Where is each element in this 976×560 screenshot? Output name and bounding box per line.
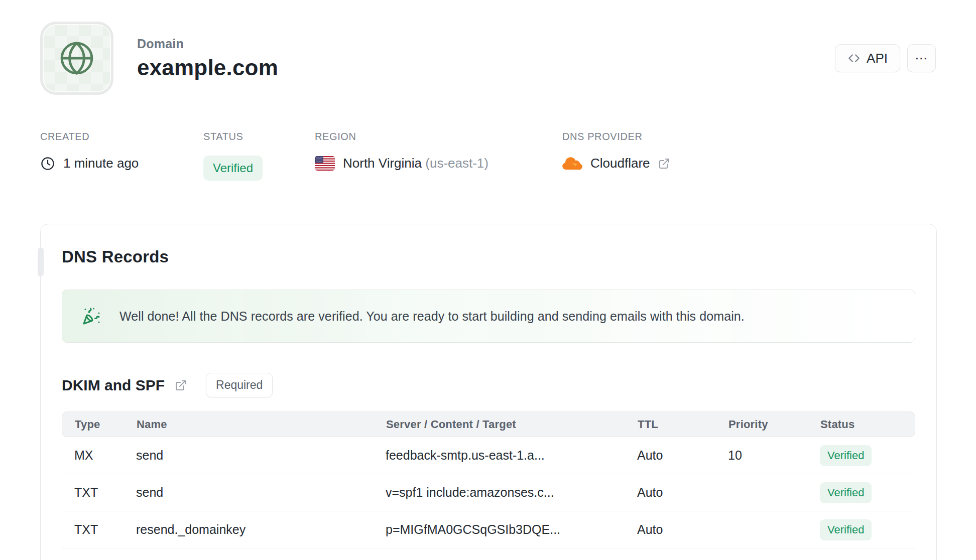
col-header-priority: Priority xyxy=(728,418,820,431)
col-header-content: Server / Content / Target xyxy=(386,418,638,431)
api-button[interactable]: API xyxy=(835,44,900,72)
cell-record-ttl: Auto xyxy=(637,522,728,537)
col-header-name: Name xyxy=(137,418,386,431)
api-button-label: API xyxy=(867,51,888,66)
record-status-badge: Verified xyxy=(820,482,872,503)
meta-status: STATUS Verified xyxy=(203,131,315,181)
cell-record-status: Verified xyxy=(820,482,915,503)
table-header-row: Type Name Server / Content / Target TTL … xyxy=(62,411,915,437)
card-side-pill xyxy=(38,247,44,276)
region-code: (us-east-1) xyxy=(425,156,489,171)
cell-record-status: Verified xyxy=(820,445,915,466)
record-status-badge: Verified xyxy=(820,519,872,540)
table-row: TXT resend._domainkey p=MIGfMA0GCSqGSIb3… xyxy=(62,511,915,548)
status-badge: Verified xyxy=(203,156,263,181)
party-popper-icon xyxy=(82,307,100,325)
us-flag-icon xyxy=(315,156,335,171)
required-badge: Required xyxy=(206,373,273,397)
cell-record-type: TXT xyxy=(74,485,136,500)
domain-detail-page: Domain example.com API ⋯ CREATED 1 minut… xyxy=(0,22,976,560)
cell-record-type: MX xyxy=(74,448,136,463)
col-header-ttl: TTL xyxy=(638,418,728,431)
ellipsis-icon: ⋯ xyxy=(915,51,928,66)
dns-records-card: DNS Records Well done! All the DNS recor… xyxy=(40,224,937,560)
cell-record-name: resend._domainkey xyxy=(136,522,386,537)
dkim-spf-section-head: DKIM and SPF Required xyxy=(62,373,915,397)
created-value: 1 minute ago xyxy=(63,156,139,171)
dns-records-table: Type Name Server / Content / Target TTL … xyxy=(62,411,915,548)
status-label: STATUS xyxy=(203,131,315,143)
title-block: Domain example.com xyxy=(137,37,278,80)
dkim-external-link-icon[interactable] xyxy=(175,379,187,391)
cell-record-ttl: Auto xyxy=(637,448,728,463)
table-row: MX send feedback-smtp.us-east-1.a... Aut… xyxy=(62,437,915,474)
region-value: North Virginia (us-east-1) xyxy=(343,156,489,171)
region-label: REGION xyxy=(315,131,562,143)
cell-record-content: v=spf1 include:amazonses.c... xyxy=(386,485,637,500)
meta-row: CREATED 1 minute ago STATUS Verified REG… xyxy=(40,131,936,181)
cell-record-name: send xyxy=(136,485,386,500)
table-body: MX send feedback-smtp.us-east-1.a... Aut… xyxy=(62,437,915,548)
success-banner: Well done! All the DNS records are verif… xyxy=(62,290,915,343)
dns-provider-label: DNS PROVIDER xyxy=(562,131,670,143)
page-header: Domain example.com API ⋯ xyxy=(40,22,936,95)
domain-avatar xyxy=(40,22,113,95)
page-title: example.com xyxy=(137,55,278,80)
code-icon xyxy=(847,52,861,65)
meta-created: CREATED 1 minute ago xyxy=(40,131,203,181)
cell-record-ttl: Auto xyxy=(637,485,728,500)
header-actions: API ⋯ xyxy=(835,44,936,72)
meta-region: REGION Nor xyxy=(315,131,562,181)
meta-dns-provider: DNS PROVIDER Cloudflare xyxy=(562,131,670,181)
clock-icon xyxy=(40,156,55,171)
external-link-icon[interactable] xyxy=(658,158,670,170)
record-status-badge: Verified xyxy=(820,445,872,466)
table-row: TXT send v=spf1 include:amazonses.c... A… xyxy=(62,474,915,511)
cloudflare-icon xyxy=(562,157,582,170)
dns-provider-value: Cloudflare xyxy=(590,156,650,171)
cell-record-content: feedback-smtp.us-east-1.a... xyxy=(386,448,637,463)
dkim-spf-title: DKIM and SPF xyxy=(62,377,165,394)
success-banner-message: Well done! All the DNS records are verif… xyxy=(119,309,745,324)
created-label: CREATED xyxy=(40,131,203,143)
cell-record-priority: 10 xyxy=(728,448,820,463)
col-header-status: Status xyxy=(820,418,915,431)
cell-record-content: p=MIGfMA0GCSqGSIb3DQE... xyxy=(386,522,637,537)
globe-icon xyxy=(57,39,96,78)
cell-record-name: send xyxy=(136,448,386,463)
cell-record-status: Verified xyxy=(820,519,915,540)
more-options-button[interactable]: ⋯ xyxy=(907,44,936,72)
cell-record-type: TXT xyxy=(74,522,136,537)
col-header-type: Type xyxy=(75,418,137,431)
page-eyebrow: Domain xyxy=(137,37,278,51)
dns-records-title: DNS Records xyxy=(62,247,915,266)
